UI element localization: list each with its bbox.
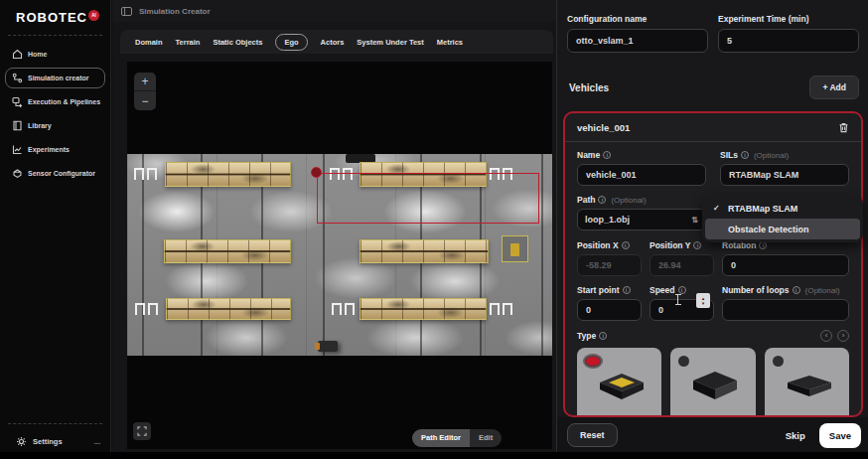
vehicle-type-option-2[interactable] [670, 348, 755, 417]
number-stepper[interactable]: ▴▾ [696, 293, 710, 308]
add-vehicle-button[interactable]: + Add [809, 76, 859, 99]
zoom-in-button[interactable]: + [134, 73, 156, 91]
save-button[interactable]: Save [819, 423, 861, 448]
sidebar-nav: Home Simulation creator Execution & Pipe… [0, 42, 110, 189]
sidebar-item-execution-pipelines[interactable]: Execution & Pipelines [5, 91, 105, 112]
path-select[interactable]: loop_1.obj ⇅ [577, 209, 706, 230]
tab-terrain[interactable]: Terrain [176, 38, 201, 47]
skip-button[interactable]: Skip [786, 430, 805, 441]
path-start-point-handle[interactable] [311, 167, 322, 178]
carousel-prev-button[interactable]: ‹ [820, 330, 832, 342]
configuration-name-field-group: Configuration name [567, 14, 708, 53]
tab-domain[interactable]: Domain [135, 38, 163, 47]
rotation-input[interactable] [722, 254, 849, 276]
main-content: Domain Terrain Static Objects Ego Actors… [112, 22, 556, 452]
sidebar-toggle-icon[interactable] [121, 7, 132, 16]
position-x-input [577, 254, 642, 276]
library-icon [12, 120, 23, 131]
fullscreen-button[interactable] [133, 422, 151, 440]
tab-actors[interactable]: Actors [321, 38, 345, 47]
speed-field-group: Speed ▴▾ [650, 285, 714, 321]
sidebar-item-home[interactable]: Home [5, 44, 105, 65]
sidebar-bottom: Settings ... [0, 421, 110, 449]
type-carousel-controls: ‹ › [820, 330, 849, 342]
trash-icon[interactable] [838, 122, 849, 133]
editor-mode-toggle: Path Editor Edit [412, 429, 502, 447]
sidebar-item-settings[interactable]: Settings ... [0, 430, 110, 449]
vehicle-type-option-3[interactable] [765, 348, 849, 417]
configuration-name-input[interactable] [567, 29, 708, 53]
simulation-viewport[interactable]: + − [127, 62, 552, 449]
shelf-row [165, 162, 291, 187]
shelf-row [166, 298, 291, 320]
sensor-configurator-icon [12, 168, 23, 179]
logo-text: ROBOTEC [16, 10, 87, 25]
warehouse-map[interactable] [127, 154, 552, 356]
dropdown-option-rtabmap-slam[interactable]: RTABMap SLAM [705, 198, 860, 219]
topbar: Simulation Creator [112, 0, 556, 22]
rotation-field-group: Rotation [722, 240, 849, 276]
forklift [502, 235, 528, 262]
path-field-group: Path(Optional) loop_1.obj ⇅ [577, 195, 706, 230]
info-icon [793, 286, 800, 294]
info-icon [623, 286, 631, 294]
vehicles-heading: Vehicles [569, 82, 609, 93]
info-icon [622, 241, 630, 249]
sidebar: ROBOTEC AI Home Simulation creator Execu… [0, 0, 111, 459]
dropdown-option-obstacle-detection[interactable]: Obstacle Detection [705, 219, 860, 239]
edit-toggle[interactable]: Edit [470, 429, 502, 447]
experiment-time-label: Experiment Time (min) [718, 14, 859, 24]
sidebar-item-experiments[interactable]: Experiments [5, 139, 105, 160]
sils-input[interactable] [720, 164, 849, 186]
vehicle-card-title: vehicle_001 [577, 122, 630, 133]
path-label: Path(Optional) [577, 195, 706, 205]
sils-label: SILs(Optional) [720, 150, 849, 160]
sidebar-item-sensor-configurator[interactable]: Sensor Configurator [5, 163, 105, 184]
experiment-time-input[interactable] [718, 29, 859, 53]
tab-static-objects[interactable]: Static Objects [213, 38, 262, 47]
rack-end-bracket [134, 168, 157, 180]
carousel-next-button[interactable]: › [837, 330, 849, 342]
number-of-loops-label: Number of loops(Optional) [722, 285, 849, 295]
number-of-loops-input[interactable] [722, 299, 849, 321]
text-cursor [675, 294, 681, 305]
sidebar-item-library[interactable]: Library [5, 115, 105, 136]
path-editor-toggle[interactable]: Path Editor [412, 429, 470, 447]
bottom-bar [0, 452, 868, 459]
rack-end-bracket [135, 303, 158, 315]
simulation-creator-icon [12, 73, 23, 83]
tab-metrics[interactable]: Metrics [437, 38, 463, 47]
radio-unselected-icon [678, 356, 689, 367]
position-y-input [650, 254, 714, 276]
position-y-label: Position Y [650, 240, 714, 250]
info-icon [759, 241, 767, 249]
logo-ai-badge: AI [88, 10, 99, 21]
vehicle-type-image-2 [687, 370, 743, 405]
reset-button[interactable]: Reset [567, 423, 618, 447]
gear-icon [16, 436, 27, 447]
tab-system-under-test[interactable]: System Under Test [357, 38, 423, 47]
column-line [142, 154, 144, 356]
shelf-row [360, 239, 489, 263]
more-options-button[interactable]: ... [94, 437, 100, 446]
experiments-icon [12, 144, 23, 155]
info-icon [678, 286, 686, 294]
check-icon [713, 204, 722, 213]
column-line [541, 154, 543, 356]
info-icon [741, 151, 749, 159]
divider [8, 423, 102, 424]
vehicle-name-input[interactable] [577, 164, 706, 186]
path-selection-rectangle[interactable] [317, 173, 539, 224]
vehicle-type-option-1[interactable] [577, 348, 661, 417]
configuration-panel: Configuration name Experiment Time (min)… [556, 0, 868, 459]
start-point-input[interactable] [577, 299, 642, 321]
type-label: Type [577, 331, 607, 341]
select-chevrons-icon: ⇅ [691, 216, 698, 225]
tab-ego[interactable]: Ego [275, 34, 307, 51]
radio-selected-icon [585, 356, 601, 367]
sidebar-item-simulation-creator[interactable]: Simulation creator [5, 68, 105, 88]
ego-robot[interactable] [318, 341, 338, 352]
rack-end-bracket [490, 303, 512, 315]
zoom-out-button[interactable]: − [134, 91, 156, 110]
shelf-row [360, 298, 487, 320]
